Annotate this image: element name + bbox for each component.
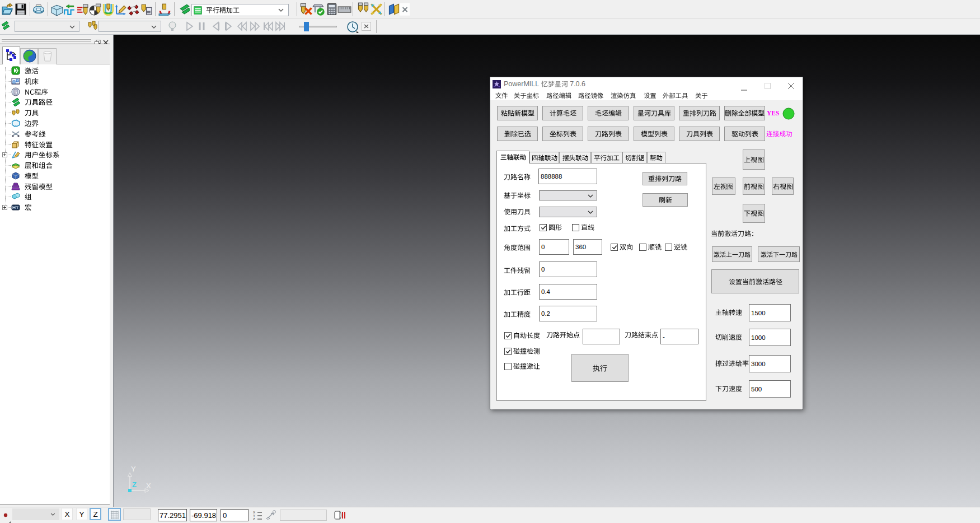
svg-text:X: X: [146, 482, 151, 490]
svg-text:Y: Y: [131, 465, 136, 473]
svg-text:Z: Z: [132, 480, 137, 489]
svg-text:Z: Z: [253, 517, 255, 520]
